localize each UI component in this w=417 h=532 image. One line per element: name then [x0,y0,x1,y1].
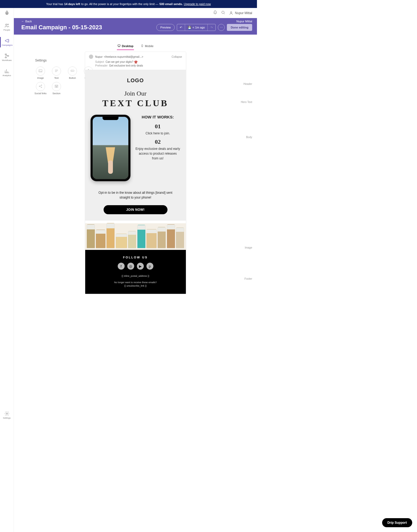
region-footer: Footer [244,277,252,280]
preview-button[interactable]: Preview [156,24,175,31]
section-icon [54,84,59,89]
tab-desktop[interactable]: Desktop [117,43,134,50]
svg-rect-4 [5,54,6,55]
nav-workflows-label: Workflows [2,59,12,61]
trial-middle: to go. All the power is at your fingerti… [81,2,158,6]
user-icon[interactable]: Nupur Mittal [229,11,252,15]
user-name: Nupur Mittal [235,11,252,15]
pinterest-icon[interactable]: p [146,263,153,270]
svg-rect-15 [55,85,58,86]
follow-title: FOLLOW US [88,256,183,259]
undo-button[interactable]: ↶ [177,24,185,31]
undo-icon: ↶ [180,26,182,29]
upgrade-link[interactable]: Upgrade to paid now [184,2,211,6]
header-author: Nupur Mittal [236,20,252,23]
tab-mobile[interactable]: Mobile [140,43,154,50]
nav-people[interactable]: People [0,22,14,32]
phone-image [91,115,130,181]
youtube-icon[interactable]: ▶ [137,263,144,270]
text-icon [54,69,59,73]
svg-point-1 [7,12,7,13]
svg-rect-16 [55,86,56,88]
component-social[interactable]: Social links [32,82,48,95]
nav-people-label: People [3,29,10,31]
more-icon: ⋯ [220,26,223,29]
preheader-label: Preheader [95,64,108,67]
hiw-title: HOW IT WORKS: [135,115,181,119]
svg-point-0 [6,12,7,13]
save-status[interactable]: 💾 < 1m ago [185,24,208,31]
subject-value[interactable]: Can we get your digits? ☎️ [105,60,137,63]
trial-limit: 500 email sends. [160,2,183,6]
arrow-left-icon: ← [21,20,24,23]
component-image-label: Image [37,77,44,79]
component-text[interactable]: Text [48,67,64,79]
region-header: Header [243,83,252,85]
step2-text: Enjoy exclusive deals and early access t… [135,146,181,161]
component-text-label: Text [54,77,59,79]
region-hero: Hero Text [241,101,252,104]
svg-point-13 [41,85,42,86]
component-image[interactable]: Image [32,67,48,79]
email-logo: LOGO [85,75,186,90]
email-preview: Nupur· <freelance.nupurmittal@gmail...> … [85,52,186,294]
svg-point-3 [7,24,8,25]
nav-workflows[interactable]: Workflows [0,52,14,63]
step1-num: 01 [135,123,181,130]
collapse-button[interactable]: Collapse [172,55,182,58]
more-button[interactable]: ⋯ [218,24,225,31]
tab-mobile-label: Mobile [145,44,153,48]
facebook-icon[interactable]: f [118,263,125,270]
join-now-button[interactable]: JOIN NOW! [104,205,167,214]
nav-campaigns-label: Campaigns [2,44,13,46]
preheader-value[interactable]: Get exclusive text-only deals [109,64,143,67]
email-footer: FOLLOW US f ◎ ▶ p {{ inline_postal_addre… [85,250,186,294]
footer-unsub-link: {{ unsubscribe_link }} [88,284,183,288]
svg-point-9 [231,11,232,13]
component-social-label: Social links [34,92,46,95]
mobile-icon [141,44,144,48]
trial-banner: Your trial has 14 days left to go. All t… [0,0,257,8]
footer-unsub-text: No longer want to receive these emails? [88,281,183,284]
redo-button[interactable]: ↷ [208,24,215,31]
search-icon[interactable] [221,10,225,15]
region-image: Image [245,246,252,249]
svg-rect-18 [118,45,120,46]
app-logo[interactable] [4,10,10,17]
trial-prefix: Your trial has [46,2,63,6]
back-label: Back [25,20,32,23]
product-image [85,221,186,250]
desktop-icon [117,44,121,48]
subject-label: Subject [95,60,104,63]
save-icon: 💾 [188,26,191,29]
redo-icon: ↷ [210,26,213,29]
svg-point-8 [222,11,224,14]
top-bar: Nupur Mittal [0,8,257,18]
component-button-label: Button [69,77,76,79]
region-body: Body [246,136,252,139]
history-control: ↶ 💾 < 1m ago ↷ [177,24,216,31]
avatar [89,55,93,59]
back-button[interactable]: ← Back [21,20,32,23]
hero-text: Join Our TEXT CLUB [85,90,186,108]
bell-icon[interactable] [213,10,217,15]
component-button[interactable]: Button [64,67,80,79]
nav-analytics-label: Analytics [2,74,11,77]
hero-line2: TEXT CLUB [85,98,186,108]
page-header: ← Back Nupur Mittal Email Campaign - 05-… [0,18,257,35]
page-title: Email Campaign - 05-15-2023 [21,24,102,31]
nav-campaigns[interactable]: Campaigns [0,37,14,47]
image-icon [38,69,43,73]
footer-address: {{ inline_postal_address }} [88,274,183,278]
nav-analytics[interactable]: Analytics [0,67,14,78]
svg-point-14 [41,87,42,88]
done-editing-button[interactable]: Done editing [227,24,252,31]
step2-num: 02 [135,138,181,145]
instagram-icon[interactable]: ◎ [127,263,134,270]
component-section-label: Section [52,92,60,95]
svg-rect-5 [5,57,6,58]
how-it-works: HOW IT WORKS: 01 Click here to join. 02 … [85,108,186,184]
component-section[interactable]: Section [48,82,64,95]
email-body[interactable]: LOGO Join Our TEXT CLUB HOW IT WORKS: 01… [85,70,186,294]
step1-text: Click here to join. [135,131,181,136]
